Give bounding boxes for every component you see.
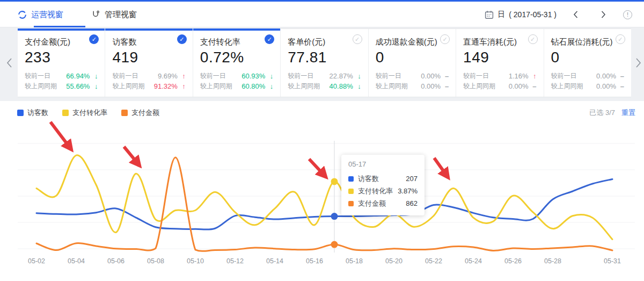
- x-axis-label: 05-18: [346, 257, 363, 265]
- metric-card-zhitongche-spend[interactable]: ✓ 直通车消耗(元) 149 较前一日1.16%↑ 较上周同期0.00%–: [456, 29, 544, 97]
- card-title: 支付转化率: [200, 37, 273, 47]
- trend-down-icon: ↓: [265, 71, 273, 81]
- chevron-right-icon: [635, 57, 642, 69]
- tab-management-label: 管理视窗: [105, 10, 137, 20]
- card-title: 成功退款金额(元): [376, 37, 449, 47]
- compare-label: 较上周同期: [463, 81, 495, 91]
- cards-scroll-left-button[interactable]: [5, 57, 13, 71]
- metric-card-refund-amount[interactable]: ✓ 成功退款金额(元) 0 较前一日0.00%– 较上周同期0.00%–: [369, 29, 456, 97]
- compare-label: 较前一日: [376, 71, 401, 81]
- compare-value: 40.88%: [330, 81, 353, 91]
- chevron-left-icon: [5, 57, 13, 69]
- legend-item-conversion-rate[interactable]: 支付转化率: [62, 108, 107, 118]
- check-icon[interactable]: ✓: [440, 34, 450, 44]
- compare-label: 较上周同期: [288, 81, 320, 91]
- chart-legend: 访客数 支付转化率 支付金额: [17, 108, 159, 118]
- legend-swatch-icon: [17, 110, 24, 116]
- trend-flat-icon: –: [616, 81, 624, 91]
- card-value: 77.81: [288, 49, 361, 66]
- trend-chart-panel[interactable]: 访客数 支付转化率 支付金额 已选 3/7 重置 05-0205-0405-06…: [0, 101, 644, 281]
- x-axis-label: 05-10: [187, 257, 204, 265]
- compare-label: 较前一日: [200, 71, 226, 81]
- metric-card-payment-amount[interactable]: ✓ 支付金额(元) 233 较前一日66.94%↓ 较上周同期55.66%↓: [18, 29, 105, 97]
- date-controls: 日 ( 2017-05-31 ) !: [485, 2, 632, 27]
- compare-value: 22.87%: [330, 71, 353, 81]
- date-prev-button[interactable]: [569, 8, 581, 21]
- date-mode[interactable]: 日: [497, 10, 505, 19]
- tooltip-value: 862: [406, 199, 418, 207]
- compare-value: 55.66%: [66, 81, 90, 91]
- metric-card-visitors[interactable]: ✓ 访客数 419 较前一日9.69%↑ 较上周同期91.32%↑: [105, 29, 193, 97]
- compare-label: 较上周同期: [25, 81, 57, 91]
- tab-operations-window[interactable]: 运营视窗: [18, 2, 63, 27]
- x-axis-label: 05-04: [68, 257, 85, 265]
- compare-value: 91.32%: [154, 81, 178, 91]
- compare-value: 9.69%: [158, 71, 178, 81]
- calendar-icon[interactable]: [485, 10, 494, 19]
- compare-label: 较上周同期: [200, 81, 232, 91]
- metric-card-conversion-rate[interactable]: ✓ 支付转化率 0.72% 较前一日60.93%↓ 较上周同期60.80%↓: [193, 29, 281, 97]
- dashboard: 运营视窗 管理视窗 日 ( 2017-05-31 ): [0, 0, 644, 281]
- series-swatch-icon: [348, 201, 354, 206]
- compare-value: 0.00%: [421, 71, 441, 81]
- card-value: 233: [25, 49, 98, 66]
- chevron-right-icon: [601, 10, 606, 19]
- compare-value: 0.00%: [509, 81, 529, 91]
- compare-value: 66.94%: [66, 71, 90, 81]
- trend-down-icon: ↓: [90, 81, 98, 91]
- highlight-dot-访客数: [331, 213, 338, 220]
- series-swatch-icon: [348, 189, 354, 194]
- trend-flat-icon: –: [441, 81, 449, 91]
- trend-up-icon: ↑: [178, 71, 186, 81]
- legend-item-payment-amount[interactable]: 支付金额: [121, 108, 159, 118]
- check-icon[interactable]: ✓: [528, 34, 538, 44]
- tab-management-window[interactable]: 管理视窗: [91, 2, 137, 27]
- check-icon[interactable]: ✓: [177, 34, 187, 44]
- metric-card-avg-order-value[interactable]: ✓ 客单价(元) 77.81 较前一日22.87%↓ 较上周同期40.88%↓: [281, 29, 368, 97]
- card-title: 支付金额(元): [25, 37, 98, 47]
- x-axis-label: 05-20: [385, 257, 402, 265]
- check-icon[interactable]: ✓: [616, 34, 625, 44]
- date-next-button[interactable]: [597, 8, 609, 21]
- metric-card-diamond-booth-spend[interactable]: ✓ 钻石展位消耗(元) 0 较前一日0.00%– 较上周同期0.00%–: [544, 29, 631, 97]
- compare-label: 较前一日: [463, 71, 489, 81]
- date-value: ( 2017-05-31 ): [509, 10, 557, 19]
- check-icon[interactable]: ✓: [353, 34, 362, 44]
- active-tab-underline: [34, 26, 85, 27]
- x-axis-label: 05-24: [465, 257, 482, 265]
- metric-cards-panel: ✓ 支付金额(元) 233 较前一日66.94%↓ 较上周同期55.66%↓ ✓…: [18, 28, 631, 97]
- line-chart[interactable]: 05-0205-0405-0605-0805-1005-1205-1405-16…: [0, 101, 644, 281]
- chart-tooltip: 05-17 访客数207 支付转化率3.87% 支付金额862: [341, 155, 425, 215]
- card-value: 0: [376, 49, 449, 66]
- legend-swatch-icon: [121, 110, 128, 116]
- card-value: 419: [112, 49, 185, 66]
- series-line-支付转化率: [36, 155, 612, 240]
- x-axis-label: 05-16: [306, 257, 323, 265]
- x-axis-label: 05-26: [504, 257, 522, 265]
- legend-item-visitors[interactable]: 访客数: [17, 108, 48, 118]
- tooltip-row: 支付转化率3.87%: [348, 185, 418, 197]
- trend-up-icon: ↑: [529, 71, 537, 81]
- compare-label: 较上周同期: [376, 81, 408, 91]
- sync-circle-icon: [18, 10, 27, 19]
- card-title: 客单价(元): [288, 37, 361, 47]
- info-icon[interactable]: !: [623, 10, 632, 19]
- trend-down-icon: ↓: [353, 71, 361, 81]
- x-axis-label: 05-08: [147, 257, 164, 265]
- card-title: 钻石展位消耗(元): [551, 37, 624, 47]
- legend-label: 支付金额: [131, 108, 159, 118]
- trend-down-icon: ↓: [353, 81, 361, 91]
- legend-label: 访客数: [27, 108, 48, 118]
- card-title: 直通车消耗(元): [463, 37, 536, 47]
- cards-scroll-right-button[interactable]: [635, 57, 642, 71]
- x-axis-label: 05-31: [604, 257, 621, 265]
- compare-value: 60.80%: [241, 81, 265, 91]
- card-value: 149: [463, 49, 536, 66]
- tab-operations-label: 运营视窗: [31, 10, 63, 20]
- top-bar: 运营视窗 管理视窗 日 ( 2017-05-31 ): [0, 0, 644, 27]
- tooltip-label: 支付转化率: [358, 186, 393, 196]
- compare-value: 0.00%: [421, 81, 441, 91]
- annotation-arrow-icon: [50, 122, 71, 149]
- reset-link[interactable]: 重置: [621, 108, 635, 118]
- x-axis-label: 05-06: [107, 257, 125, 265]
